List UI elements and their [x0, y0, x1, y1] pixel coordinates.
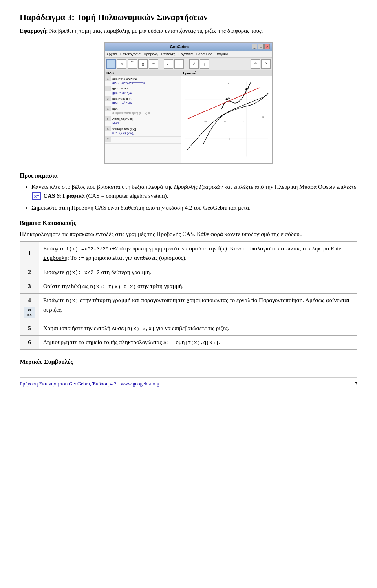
- step6-code: S:=Τομή[f(x),g(x)]: [163, 340, 218, 346]
- svg-text:y: y: [228, 82, 230, 85]
- menu-window[interactable]: Παράθυρο: [196, 52, 212, 56]
- menu-options[interactable]: Επιλογές: [161, 52, 175, 56]
- footer: Γρήγορη Εκκίνηση του GeoGebra, Έκδοση 4.…: [20, 377, 357, 387]
- geo-cas-row-1: 1 a(x):=x^2-3/2*x+2 a(x) := 2x²−3x+4────…: [105, 76, 181, 86]
- geo-cas-content-1: a(x):=x^2-3/2*x+2 a(x) := 2x²−3x+4─────2: [111, 76, 146, 86]
- menu-help[interactable]: Βοήθεια: [216, 52, 228, 56]
- step-row-1: 1 Εισάγετε f(x):=x^2-3/2*x+2 στην πρώτη …: [20, 242, 357, 265]
- step-row-5: 5 Χρησιμοποιήστε την εντολή Λύσε[h(x)=0,…: [20, 321, 357, 335]
- step-num-3: 3: [20, 279, 39, 294]
- svg-text:-4: -4: [204, 120, 207, 123]
- step-num-1: 1: [20, 242, 39, 265]
- tool-btn-4[interactable]: (): [138, 59, 148, 69]
- svg-text:-2: -2: [224, 120, 226, 123]
- geo-cas-row-4: 4 h(x) (Παραγοντοποίηση) (x − 2) x: [105, 106, 181, 116]
- svg-text:B: B: [248, 86, 250, 89]
- tool-btn-1[interactable]: =: [106, 59, 116, 69]
- step4-code: h(x): [66, 298, 78, 304]
- geo-maximize-btn[interactable]: □: [258, 44, 264, 49]
- step-num-2: 2: [20, 265, 39, 279]
- tool-btn-2[interactable]: ≈: [117, 59, 126, 69]
- geo-cas-row-6: 6 s:=Τομή[f(x),g(x)] s := {(2,3),(0,2)}: [105, 126, 181, 137]
- step-num-5: 5: [20, 321, 39, 335]
- svg-text:-3: -3: [228, 137, 231, 141]
- subtitle-rest: : Να βρεθεί η τομή μιας παραβολής με μια…: [46, 27, 263, 34]
- geo-cas-num-5: 5: [105, 116, 111, 121]
- vimata-header: Βήματα Κατασκευής: [20, 219, 357, 226]
- tool-btn-x2[interactable]: x: [174, 59, 184, 69]
- step-row-4: 4 153·5 Εισάγετε h(x) στην τέταρτη γραμμ…: [20, 294, 357, 321]
- geo-cas-num-4: 4: [105, 106, 111, 111]
- geo-cas-num-2: 2: [105, 86, 111, 91]
- geo-cas-content-4: h(x) (Παραγοντοποίηση) (x − 2) x: [111, 106, 151, 116]
- step-row-6: 6 Δημιουργήστε τα σημεία τομής πληκτρολο…: [20, 336, 357, 350]
- step1-code: f(x):=x^2-3/2*x+2: [66, 246, 118, 252]
- step5-code: Λύσε[h(x)=0,x]: [112, 326, 155, 332]
- step-content-2: Εισάγετε g(x):=x/2+2 στη δεύτερη γραμμή.: [39, 265, 357, 279]
- step1-tip-label: Συμβουλή: [43, 255, 68, 261]
- tool-btn-x[interactable]: x=: [164, 59, 173, 69]
- merika-header: Μερικές Συμβουλές: [20, 358, 357, 365]
- geogebra-screenshot: GeoGebra _ □ ✕ Αρχείο Επεξεργασία Προβολ…: [104, 42, 273, 164]
- geo-cas-content-3: h(x):=f(x)-g(x) h(x) := x² − 2x: [111, 96, 133, 106]
- vimata-intro: Πληκτρολογήστε τις παρακάτω εντολές στις…: [20, 230, 357, 239]
- proetoimasia-bullet-1: Κάνετε κλικ στο βέλος που βρίσκεται στη …: [31, 183, 357, 200]
- footer-link[interactable]: Γρήγορη Εκκίνηση του GeoGebra, Έκδοση 4.…: [20, 381, 159, 387]
- svg-text:A: A: [228, 96, 231, 99]
- svg-text:2: 2: [243, 120, 244, 123]
- page-title: Παράδειγμα 3: Τομή Πολυωνυμικών Συναρτήσ…: [20, 12, 357, 23]
- geo-cas-header: CAS: [105, 70, 181, 76]
- step-content-5: Χρησιμοποιήστε την εντολή Λύσε[h(x)=0,x]…: [39, 321, 357, 335]
- geo-cas-row-2: 2 g(x):=x/2+2 g(x) := (x+4)/2: [105, 86, 181, 96]
- geo-cas-row-5: 5 Λύσε[h(x)=0,x] {2,0}: [105, 116, 181, 126]
- geo-toolbar: = ≈ 153·5 () ?° x= x ∂ ∫ ↶ ↷: [105, 58, 272, 70]
- step3-code: h(x):=f(x)-g(x): [90, 284, 136, 290]
- step2-code: g(x):=x/2+2: [66, 270, 100, 276]
- step-row-2: 2 Εισάγετε g(x):=x/2+2 στη δεύτερη γραμμ…: [20, 265, 357, 279]
- geo-graph-content: x y -4 -2 2 4 4 0 -3: [181, 76, 272, 162]
- step-content-6: Δημιουργήστε τα σημεία τομής πληκτρολογώ…: [39, 336, 357, 350]
- step1-to-text: Το: [70, 255, 77, 261]
- geo-cas-content-5: Λύσε[h(x)=0,x] {2,0}: [111, 116, 134, 126]
- geo-cas-panel: CAS 1 a(x):=x^2-3/2*x+2 a(x) := 2x²−3x+4…: [105, 70, 181, 163]
- geo-minimize-btn[interactable]: _: [252, 44, 257, 49]
- geo-cas-num-7: 7: [105, 137, 111, 142]
- geo-graph-svg: x y -4 -2 2 4 4 0 -3: [181, 76, 272, 162]
- steps-table: 1 Εισάγετε f(x):=x^2-3/2*x+2 στην πρώτη …: [20, 241, 357, 350]
- geo-graph-panel: Γραφικά x y -4: [181, 70, 272, 163]
- geo-close-btn[interactable]: ✕: [264, 44, 270, 49]
- tool-btn-5[interactable]: ?°: [149, 59, 158, 69]
- tool-btn-3[interactable]: 153·5: [128, 59, 137, 69]
- page-number: 7: [355, 381, 358, 387]
- cas-badge-inline: x=: [32, 192, 41, 201]
- geo-cas-row-3: 3 h(x):=f(x)-g(x) h(x) := x² − 2x: [105, 96, 181, 106]
- menu-view[interactable]: Προβολή: [144, 52, 158, 56]
- geo-graph-header: Γραφικά: [181, 70, 272, 76]
- geo-titlebar: GeoGebra _ □ ✕: [105, 43, 272, 51]
- proetoimasia-list: Κάνετε κλικ στο βέλος που βρίσκεται στη …: [31, 183, 357, 212]
- proetoimasia-header: Προετοιμασία: [20, 172, 357, 179]
- geo-menubar: Αρχείο Επεξεργασία Προβολή Επιλογές Εργα…: [105, 51, 272, 58]
- svg-text:x: x: [262, 115, 264, 119]
- step-num-4: 4 153·5: [20, 294, 39, 321]
- tool-btn-int[interactable]: ∫: [200, 59, 209, 69]
- menu-tools[interactable]: Εργαλεία: [178, 52, 193, 56]
- step-row-3: 3 Ορίστε την h(x) ως h(x):=f(x)-g(x) στη…: [20, 279, 357, 294]
- subtitle-bold: Εφαρμογή: [20, 27, 46, 34]
- step-content-4: Εισάγετε h(x) στην τέταρτη γραμμή και πα…: [39, 294, 357, 321]
- geo-main-area: CAS 1 a(x):=x^2-3/2*x+2 a(x) := 2x²−3x+4…: [105, 70, 272, 163]
- tool-btn-r2[interactable]: ↷: [261, 59, 271, 69]
- menu-file[interactable]: Αρχείο: [106, 52, 117, 56]
- tool-btn-r1[interactable]: ↶: [251, 59, 260, 69]
- geo-cas-content-6: s:=Τομή[f(x),g(x)] s := {(2,3),(0,2)}: [111, 126, 137, 136]
- geo-cas-num-1: 1: [105, 76, 111, 81]
- page-subtitle: Εφαρμογή: Να βρεθεί η τομή μιας παραβολή…: [20, 26, 357, 35]
- geo-cas-num-6: 6: [105, 126, 111, 131]
- menu-edit[interactable]: Επεξεργασία: [120, 52, 141, 56]
- geo-cas-num-3: 3: [105, 96, 111, 101]
- factorize-tool-icon: 153·5: [24, 307, 35, 318]
- step1-assign-op: :=: [78, 256, 84, 261]
- geo-cas-content-2: g(x):=x/2+2 g(x) := (x+4)/2: [111, 86, 133, 96]
- tool-btn-del[interactable]: ∂: [189, 59, 199, 69]
- geo-cas-content-7: [111, 137, 113, 138]
